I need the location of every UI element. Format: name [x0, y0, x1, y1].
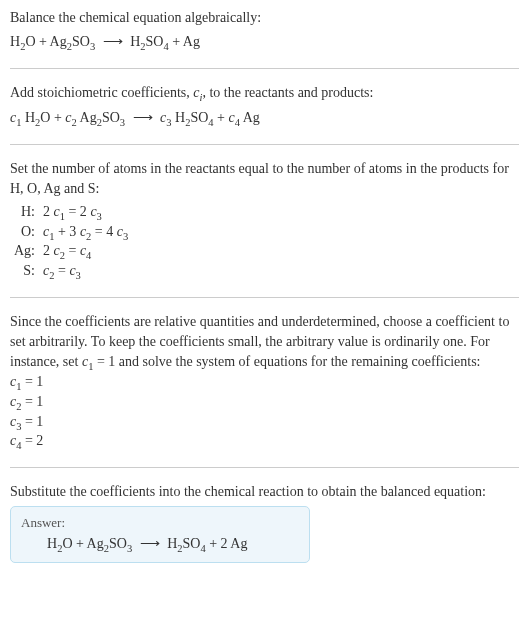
coeff-value: c4 = 2 [10, 431, 519, 451]
species: O + Ag [25, 34, 66, 49]
solve-intro: Since the coefficients are relative quan… [10, 312, 519, 373]
subscript: 3 [97, 211, 102, 222]
atom-equation: c1 + 3 c2 = 4 c3 [39, 222, 132, 242]
text: + [214, 110, 229, 125]
atom-row: H: 2 c1 = 2 c3 [10, 202, 132, 222]
species: + 2 Ag [206, 536, 248, 551]
text: = 4 [91, 224, 116, 239]
species: H [21, 110, 35, 125]
text: = 1 [21, 374, 43, 389]
unbalanced-equation: H2O + Ag2SO3 ⟶ H2SO4 + Ag [10, 31, 519, 52]
balanced-equation: H2O + Ag2SO3 ⟶ H2SO4 + 2 Ag [21, 535, 299, 552]
species: H [172, 110, 186, 125]
text: Add stoichiometric coefficients, [10, 85, 193, 100]
atom-row: S: c2 = c3 [10, 261, 132, 281]
text: = 1 [21, 414, 43, 429]
text: O + [40, 110, 65, 125]
subscript: 3 [127, 543, 132, 554]
species: SO [183, 536, 201, 551]
species: SO [102, 110, 120, 125]
element-label: H: [10, 202, 39, 222]
text: = 2 [65, 204, 90, 219]
text: = 1 and solve the system of equations fo… [93, 354, 480, 369]
coeff-value: c1 = 1 [10, 372, 519, 392]
species: H [130, 34, 140, 49]
atom-balance-intro: Set the number of atoms in the reactants… [10, 159, 519, 200]
section-problem: Balance the chemical equation algebraica… [10, 8, 519, 69]
text: 2 [43, 204, 54, 219]
element-label: O: [10, 222, 39, 242]
element-label: Ag: [10, 241, 39, 261]
atom-row: O: c1 + 3 c2 = 4 c3 [10, 222, 132, 242]
section-solve: Since the coefficients are relative quan… [10, 312, 519, 468]
section-atom-balance: Set the number of atoms in the reactants… [10, 159, 519, 298]
coeff-value: c3 = 1 [10, 412, 519, 432]
answer-box: Answer: H2O + Ag2SO3 ⟶ H2SO4 + 2 Ag [10, 506, 310, 563]
text: = [54, 263, 69, 278]
species: H [167, 536, 177, 551]
atom-equation: c2 = c3 [39, 261, 132, 281]
subscript: 3 [76, 270, 81, 281]
answer-label: Answer: [21, 515, 299, 531]
text: 2 [43, 243, 54, 258]
atom-row: Ag: 2 c2 = c4 [10, 241, 132, 261]
species: SO [190, 110, 208, 125]
species: H [10, 34, 20, 49]
species: O + Ag [62, 536, 103, 551]
subscript: 4 [86, 250, 91, 261]
species: Ag [240, 110, 260, 125]
species: Ag [77, 110, 97, 125]
species: SO [146, 34, 164, 49]
atom-balance-table: H: 2 c1 = 2 c3 O: c1 + 3 c2 = 4 c3 Ag: 2… [10, 202, 132, 280]
species: H [47, 536, 57, 551]
coeff-solution-list: c1 = 1 c2 = 1 c3 = 1 c4 = 2 [10, 372, 519, 450]
reaction-arrow: ⟶ [133, 107, 153, 128]
subscript: 3 [123, 231, 128, 242]
text: = [65, 243, 80, 258]
text: , to the reactants and products: [202, 85, 373, 100]
atom-equation: 2 c1 = 2 c3 [39, 202, 132, 222]
section-result: Substitute the coefficients into the che… [10, 482, 519, 579]
coeff-value: c2 = 1 [10, 392, 519, 412]
coeff-intro: Add stoichiometric coefficients, ci, to … [10, 83, 519, 103]
section-coefficients: Add stoichiometric coefficients, ci, to … [10, 83, 519, 144]
text: + 3 [54, 224, 79, 239]
coeff-equation: c1 H2O + c2 Ag2SO3 ⟶ c3 H2SO4 + c4 Ag [10, 107, 519, 128]
problem-intro: Balance the chemical equation algebraica… [10, 8, 519, 28]
atom-equation: 2 c2 = c4 [39, 241, 132, 261]
subscript: 3 [90, 41, 95, 52]
reaction-arrow: ⟶ [140, 535, 160, 552]
species: + Ag [169, 34, 200, 49]
element-label: S: [10, 261, 39, 281]
text: = 2 [21, 433, 43, 448]
subscript: 3 [120, 116, 125, 127]
reaction-arrow: ⟶ [103, 31, 123, 52]
species: SO [109, 536, 127, 551]
result-intro: Substitute the coefficients into the che… [10, 482, 519, 502]
text: = 1 [21, 394, 43, 409]
species: SO [72, 34, 90, 49]
